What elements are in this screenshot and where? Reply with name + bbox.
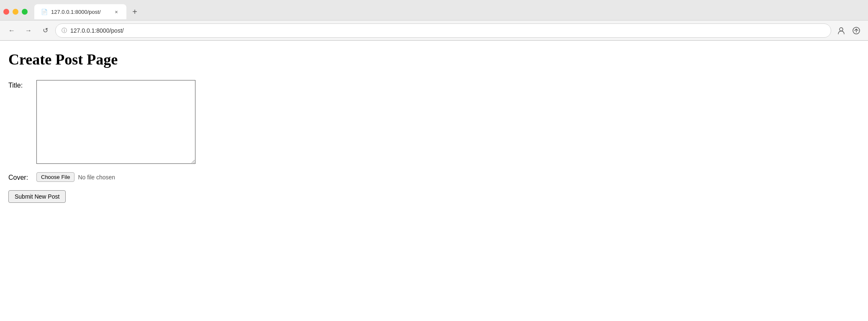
address-bar[interactable]: ⓘ: [55, 23, 831, 38]
tab-page-icon: 📄: [41, 9, 48, 15]
create-post-form: Title: Cover: Choose File No file chosen…: [8, 80, 860, 203]
active-tab[interactable]: 📄 127.0.0.1:8000/post/ ×: [34, 4, 126, 19]
forward-button[interactable]: →: [22, 24, 35, 37]
info-icon: ⓘ: [62, 27, 67, 34]
cover-label: Cover:: [8, 172, 31, 181]
back-button[interactable]: ←: [5, 24, 18, 37]
choose-file-button[interactable]: Choose File: [36, 172, 74, 182]
close-button[interactable]: [3, 9, 9, 15]
title-row: Title:: [8, 80, 860, 164]
title-textarea[interactable]: [36, 80, 195, 164]
submit-row: Submit New Post: [8, 190, 860, 203]
new-tab-button[interactable]: +: [128, 5, 141, 18]
minimize-button[interactable]: [13, 9, 18, 15]
cover-input-group: Choose File No file chosen: [36, 172, 115, 182]
tab-bar: 📄 127.0.0.1:8000/post/ × +: [0, 0, 868, 20]
nav-right-icons: [835, 24, 863, 37]
browser-chrome: 📄 127.0.0.1:8000/post/ × + ← → ↺ ⓘ: [0, 0, 868, 41]
update-icon-button[interactable]: [850, 24, 863, 37]
window-controls: [3, 9, 28, 15]
profile-icon-button[interactable]: [835, 24, 848, 37]
page-content: Create Post Page Title: Cover: Choose Fi…: [0, 41, 868, 321]
url-input[interactable]: [70, 27, 825, 34]
reload-button[interactable]: ↺: [39, 24, 52, 37]
nav-bar: ← → ↺ ⓘ: [0, 20, 868, 40]
cover-row: Cover: Choose File No file chosen: [8, 172, 860, 182]
title-label: Title:: [8, 80, 31, 89]
page-title: Create Post Page: [8, 51, 860, 68]
submit-button[interactable]: Submit New Post: [8, 190, 66, 203]
maximize-button[interactable]: [22, 9, 28, 15]
no-file-text: No file chosen: [78, 174, 115, 181]
tab-close-button[interactable]: ×: [113, 8, 120, 15]
svg-point-0: [840, 28, 843, 31]
tab-title: 127.0.0.1:8000/post/: [51, 9, 110, 15]
